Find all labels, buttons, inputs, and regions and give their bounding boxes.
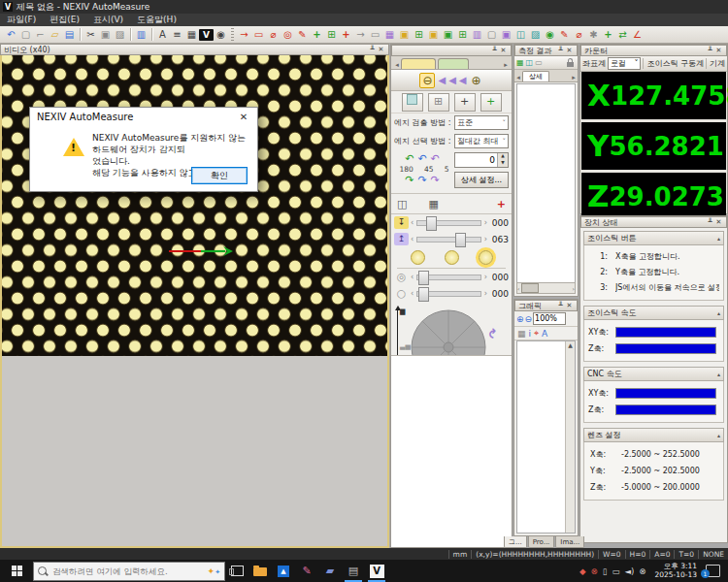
- pattern-icon[interactable]: ▦: [382, 27, 397, 42]
- crosshair-green-button[interactable]: +: [480, 93, 502, 112]
- pin-icon[interactable]: ╨: [490, 47, 499, 54]
- axis-icon[interactable]: ⌖: [534, 328, 539, 339]
- trace-tool-icon[interactable]: ✎: [295, 27, 310, 42]
- diameter-icon[interactable]: ⌀: [572, 27, 586, 42]
- scroll-left-icon[interactable]: ‹: [517, 285, 519, 292]
- line-gray-icon[interactable]: →: [353, 27, 368, 42]
- rotate-ccw-5-icon[interactable]: ↶: [431, 152, 444, 165]
- slider-left-icon[interactable]: ‹: [411, 235, 414, 243]
- close-icon[interactable]: ✕: [714, 218, 723, 226]
- square-green2-icon[interactable]: ⊞: [455, 27, 470, 42]
- square-purple-icon[interactable]: ▥: [470, 27, 484, 42]
- result-table-icon[interactable]: ▦: [516, 58, 524, 67]
- rotate-cw-5-icon[interactable]: ↷: [431, 174, 444, 186]
- square-green-grid-icon[interactable]: ⊞: [412, 27, 426, 42]
- result-compare-icon[interactable]: ◫: [526, 58, 534, 67]
- star-icon[interactable]: ✱: [586, 27, 601, 42]
- slider-right-icon[interactable]: ›: [484, 273, 487, 281]
- swap-arrows-icon[interactable]: ⇄: [615, 27, 630, 42]
- hatch-icon[interactable]: ▨: [528, 27, 543, 42]
- tool-tab-green[interactable]: [438, 58, 469, 69]
- grid-tool-icon[interactable]: ◫: [397, 198, 407, 210]
- add-tool-icon[interactable]: +: [497, 198, 506, 210]
- collapse-icon[interactable]: ▴: [717, 309, 720, 316]
- path-icon[interactable]: ⌐: [33, 27, 48, 42]
- prev-icon[interactable]: ◀: [438, 75, 446, 85]
- search-input[interactable]: [50, 566, 204, 577]
- close-icon[interactable]: ✕: [565, 47, 574, 54]
- close-icon[interactable]: ✕: [499, 47, 508, 54]
- result-hscrollbar[interactable]: ‹ ›: [516, 282, 576, 294]
- tray-error-icon[interactable]: ⊗: [591, 566, 598, 576]
- rotate-cw-45-icon[interactable]: ↷: [417, 174, 430, 186]
- edge-select-select[interactable]: 절대값 최대 ˅: [454, 134, 509, 148]
- collapse-icon[interactable]: ▴: [717, 432, 720, 438]
- line-tool-icon[interactable]: →: [237, 27, 251, 42]
- tab-scroll-left-icon[interactable]: ◂: [393, 61, 401, 69]
- target-green-icon[interactable]: ◉: [543, 27, 557, 42]
- save-icon[interactable]: ▤: [62, 27, 77, 42]
- pin-icon[interactable]: ╨: [706, 218, 714, 226]
- scroll-right-icon[interactable]: ›: [573, 285, 575, 292]
- video-live-image[interactable]: [2, 55, 387, 356]
- edge-detect-select[interactable]: 표준 ˅: [454, 115, 509, 130]
- tab-detail[interactable]: 상세: [522, 71, 549, 81]
- graphic-vscrollbar[interactable]: ▲: [565, 341, 575, 533]
- tab-scroll-right-icon[interactable]: ▸: [570, 74, 578, 81]
- close-icon[interactable]: ✕: [714, 47, 723, 54]
- tray-alert-icon[interactable]: ◆: [579, 566, 586, 576]
- square-gray-icon[interactable]: ▢: [484, 27, 499, 42]
- pin-icon[interactable]: ╨: [706, 47, 714, 54]
- rotate-ccw-45-icon[interactable]: ↶: [417, 152, 430, 165]
- grid-measure-icon[interactable]: ⊞: [324, 27, 339, 42]
- tab-graphic[interactable]: 그...: [504, 536, 527, 548]
- onenote-button[interactable]: ▰: [318, 560, 342, 582]
- result-window-icon[interactable]: ▭: [535, 58, 543, 67]
- coord-select[interactable]: 로컬 ˅: [608, 57, 641, 70]
- zoom-in-icon[interactable]: ⊕: [470, 74, 483, 87]
- lamp1-icon[interactable]: [411, 250, 425, 265]
- lock-icon[interactable]: [567, 62, 574, 67]
- menu-help[interactable]: 도움말(H): [130, 14, 183, 26]
- square-purple2-icon[interactable]: ▣: [499, 27, 513, 42]
- menu-view[interactable]: 표시(V): [86, 14, 130, 26]
- undo-icon[interactable]: ↶: [4, 27, 18, 42]
- tab-image[interactable]: Ima...: [555, 536, 584, 548]
- graphic-canvas[interactable]: ▲: [516, 340, 576, 534]
- copy-icon[interactable]: ▣: [98, 27, 113, 42]
- print-icon[interactable]: ▥: [134, 27, 149, 42]
- square-yellow-icon[interactable]: ▣: [397, 27, 412, 42]
- collapse-icon[interactable]: ▴: [717, 235, 720, 242]
- list-icon[interactable]: ≡: [170, 27, 184, 42]
- menu-file[interactable]: 파일(F): [0, 14, 43, 26]
- pin-icon[interactable]: ╨: [556, 47, 565, 54]
- file-explorer-button[interactable]: [248, 560, 272, 582]
- dialog-close-icon[interactable]: ✕: [237, 112, 250, 122]
- tab-scroll-right-icon[interactable]: ▸: [502, 61, 510, 69]
- slider-right-icon[interactable]: ›: [484, 289, 487, 298]
- square-yellow2-icon[interactable]: ▣: [426, 27, 441, 42]
- open-file-icon[interactable]: ▱: [48, 27, 62, 42]
- roi-grid-button[interactable]: ⊞: [428, 93, 449, 112]
- collapse-icon[interactable]: ▴: [717, 371, 720, 377]
- zoom-in-icon[interactable]: ⊕: [516, 314, 524, 324]
- tool-tab-selected[interactable]: [401, 58, 436, 69]
- table-icon[interactable]: ▦: [184, 27, 199, 42]
- paste-icon[interactable]: ▨: [113, 27, 127, 42]
- taskbar-search[interactable]: ✦✦: [33, 562, 225, 581]
- angle-step-input[interactable]: [455, 153, 497, 167]
- roi-fill-button[interactable]: [402, 93, 423, 112]
- ring-light-slider[interactable]: [416, 275, 481, 280]
- target-tool-icon[interactable]: ◎: [281, 27, 295, 42]
- detail-settings-button[interactable]: 상세 설정...: [454, 172, 509, 188]
- tray-volume-icon[interactable]: ◄): [624, 566, 634, 576]
- tab-program[interactable]: Pro...: [528, 536, 555, 548]
- result-list[interactable]: [516, 83, 576, 283]
- ok-button[interactable]: 확인: [191, 167, 248, 184]
- plus-green-icon[interactable]: +: [601, 27, 615, 42]
- dialog-title-bar[interactable]: NEXIV AutoMeasure ✕: [30, 108, 257, 126]
- rotate-ccw-180-icon[interactable]: ↶: [405, 152, 417, 165]
- pin-icon[interactable]: ╨: [368, 46, 377, 53]
- taskbar-clock[interactable]: 오후 3:11 2025-10-13: [650, 563, 701, 579]
- swap-view-icon[interactable]: ◫: [513, 27, 528, 42]
